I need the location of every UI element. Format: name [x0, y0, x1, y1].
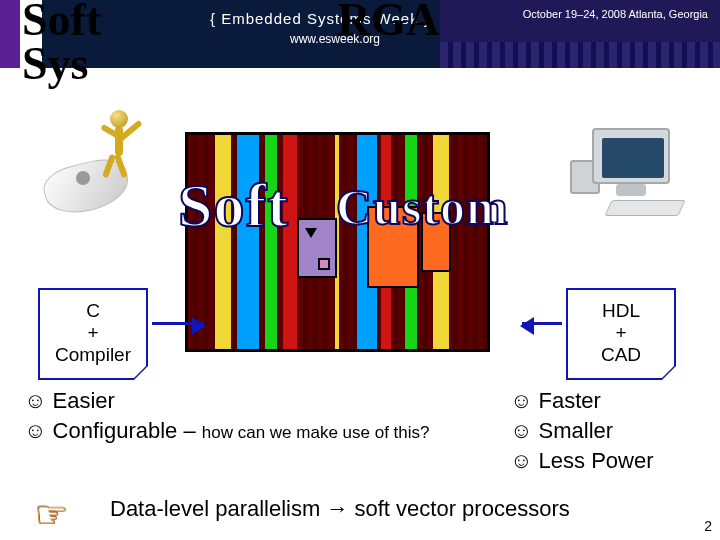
note-line: C: [46, 300, 140, 322]
note-fold-icon: [660, 364, 676, 380]
monitor-icon: [592, 128, 670, 184]
slide-body: Soft Custom C + Compiler HDL + CAD ☺ Eas…: [0, 90, 720, 540]
pointing-hand-icon: ☞: [34, 492, 68, 536]
page-number: 2: [704, 518, 712, 534]
title-word-2: Sys: [22, 38, 88, 89]
note-line: CAD: [574, 344, 668, 366]
note-line: +: [46, 322, 140, 344]
bullets-soft-side: ☺ Easier ☺ Configurable – how can we mak…: [24, 386, 430, 448]
note-fold-icon: [132, 364, 148, 380]
conclusion-text: Data-level parallelism → soft vector pro…: [110, 496, 570, 522]
wordart-soft: Soft: [178, 170, 289, 241]
note-line: HDL: [574, 300, 668, 322]
banner-accent: [0, 0, 20, 68]
note-line: Compiler: [46, 344, 140, 366]
fpga-floorplan-diagram: [185, 132, 490, 352]
note-c-compiler: C + Compiler: [38, 288, 148, 380]
bullets-custom-side: ☺ Faster ☺ Smaller ☺ Less Power: [510, 386, 654, 476]
title-suffix: RGA: [337, 0, 439, 45]
stick-figure-icon: [86, 110, 156, 188]
bullet-configurable-sub: how can we make use of this?: [202, 423, 430, 442]
skyline-shape: [440, 42, 720, 68]
fpga-border: [185, 132, 490, 352]
note-line: +: [574, 322, 668, 344]
monitor-stand-icon: [616, 184, 646, 196]
bullet-easier: ☺ Easier: [24, 386, 430, 416]
banner-date: October 19–24, 2008 Atlanta, Georgia: [523, 8, 708, 20]
note-hdl-cad: HDL + CAD: [566, 288, 676, 380]
bullet-configurable: ☺ Configurable – how can we make use of …: [24, 416, 430, 448]
clipart-computer: [550, 108, 690, 216]
bullet-smaller: ☺ Smaller: [510, 416, 654, 446]
keyboard-icon: [604, 200, 685, 216]
clipart-person-mouse: [42, 105, 162, 215]
bullet-less-power: ☺ Less Power: [510, 446, 654, 476]
wordart-custom: Custom: [336, 178, 509, 236]
bullet-faster: ☺ Faster: [510, 386, 654, 416]
bullet-configurable-main: ☺ Configurable –: [24, 418, 202, 443]
slide-title: Soft xxxxxxxxxxx RGA Sys: [22, 0, 479, 86]
arrow-right-to-chip-icon: [522, 322, 562, 325]
arrow-left-to-chip-icon: [152, 322, 204, 325]
